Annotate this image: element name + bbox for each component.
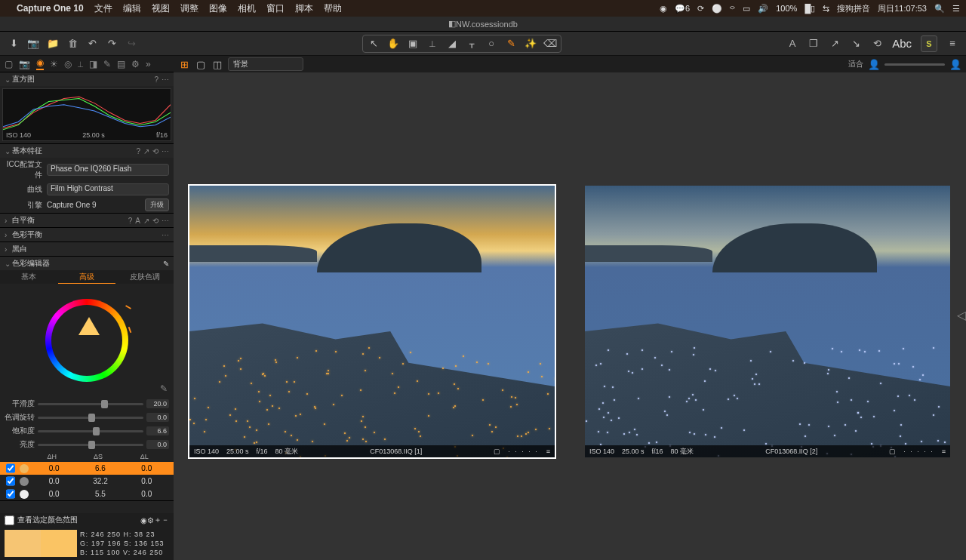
- tab-color-icon[interactable]: ◉: [36, 57, 44, 70]
- ruler-icon[interactable]: ◢: [446, 38, 458, 50]
- smooth-val[interactable]: 20.0: [146, 399, 169, 408]
- import-icon[interactable]: ⬇: [8, 38, 20, 50]
- menu-icon[interactable]: ⋯: [162, 75, 169, 84]
- curve-select[interactable]: Film High Contrast: [47, 183, 169, 195]
- copy-icon[interactable]: ❐: [808, 38, 820, 50]
- switch-icon[interactable]: ⇆: [823, 4, 829, 14]
- rot-slider[interactable]: [38, 417, 143, 419]
- subtab-skin[interactable]: 皮肤色调: [115, 270, 174, 284]
- picker-icon[interactable]: ✎: [163, 260, 169, 268]
- menu-image[interactable]: 图像: [209, 2, 227, 15]
- eyedropper-icon[interactable]: ✎: [160, 383, 168, 394]
- annotate-icon[interactable]: A: [786, 38, 798, 50]
- ime-label[interactable]: 搜狗拼音: [837, 3, 870, 14]
- smooth-slider[interactable]: [38, 403, 143, 405]
- list-icon[interactable]: ≡: [946, 38, 958, 50]
- s-badge-icon[interactable]: S: [921, 35, 937, 52]
- rot-val[interactable]: 0.0: [146, 413, 169, 422]
- side-expand-icon[interactable]: ◁: [957, 308, 966, 322]
- wifi-icon[interactable]: ⌔: [730, 4, 735, 13]
- person2-icon[interactable]: 👤: [949, 58, 961, 70]
- notif-icon[interactable]: ☰: [952, 4, 960, 14]
- eraser-icon[interactable]: ⌫: [544, 38, 556, 50]
- abc-label[interactable]: Abc: [892, 37, 912, 50]
- wechat-icon[interactable]: 💬 6: [675, 4, 690, 14]
- redo2-icon[interactable]: ↪: [125, 38, 137, 50]
- minus-icon[interactable]: －: [162, 515, 169, 525]
- thumb-menu-icon[interactable]: ≡: [546, 448, 550, 455]
- spot-icon[interactable]: ○: [485, 38, 497, 50]
- menu-file[interactable]: 文件: [94, 2, 112, 15]
- spotlight-icon[interactable]: 🔍: [934, 4, 945, 14]
- delta-checkbox[interactable]: [6, 489, 15, 499]
- sat-val[interactable]: 6.6: [146, 426, 169, 435]
- menu-window[interactable]: 窗口: [266, 2, 285, 15]
- magic-icon[interactable]: ✨: [525, 38, 537, 50]
- trash-icon[interactable]: 🗑: [66, 38, 78, 50]
- tab-details-icon[interactable]: ◨: [89, 59, 97, 69]
- light-val[interactable]: 0.0: [146, 440, 169, 449]
- display-icon[interactable]: ▭: [743, 4, 750, 14]
- keystone-icon[interactable]: ᚁ: [466, 38, 478, 50]
- delta-row[interactable]: 0.0 32.2 0.0: [0, 475, 174, 488]
- globe-icon[interactable]: ◉: [140, 516, 147, 525]
- folder-icon[interactable]: 📁: [47, 38, 59, 50]
- menu-view[interactable]: 视图: [152, 2, 170, 15]
- delta-row[interactable]: 0.0 6.6 0.0: [0, 462, 174, 475]
- wb-title[interactable]: 白平衡: [12, 215, 128, 226]
- plus-icon[interactable]: ＋: [154, 515, 162, 525]
- subtab-basic[interactable]: 基本: [0, 270, 58, 284]
- tab-meta-icon[interactable]: ▤: [117, 59, 125, 69]
- loupe-icon[interactable]: ▣: [407, 38, 419, 50]
- sat-slider[interactable]: [38, 430, 143, 432]
- grid-icon[interactable]: ⊞: [178, 58, 190, 70]
- person-icon[interactable]: 👤: [868, 58, 880, 70]
- brush-icon[interactable]: ✎: [505, 38, 517, 50]
- menu-camera[interactable]: 相机: [238, 2, 256, 15]
- capture-icon[interactable]: 📷: [27, 38, 39, 50]
- redo-icon[interactable]: ↷: [106, 38, 118, 50]
- light-slider[interactable]: [38, 444, 143, 446]
- up-icon[interactable]: ↗: [829, 38, 841, 50]
- layer-select[interactable]: 背景: [228, 57, 303, 71]
- delta-checkbox[interactable]: [6, 463, 15, 473]
- undo-icon[interactable]: ↶: [86, 38, 98, 50]
- color-wheel[interactable]: [45, 299, 128, 382]
- split-icon[interactable]: ◫: [211, 58, 223, 70]
- hand-icon[interactable]: ✋: [387, 38, 399, 50]
- tab-output-icon[interactable]: ⚙: [131, 59, 140, 69]
- crop-icon[interactable]: ⟂: [426, 38, 438, 50]
- volume-icon[interactable]: 🔊: [758, 4, 768, 14]
- menu-adjust[interactable]: 调整: [180, 2, 198, 15]
- clock[interactable]: 周日11:07:53: [878, 3, 927, 14]
- cc-icon[interactable]: ◉: [660, 4, 667, 14]
- icc-select[interactable]: Phase One IQ260 Flash: [47, 164, 169, 176]
- thumb-flag-icon[interactable]: ▢: [494, 448, 500, 455]
- delta-checkbox[interactable]: [6, 476, 15, 486]
- subtab-advanced[interactable]: 高级: [58, 270, 116, 284]
- range-checkbox[interactable]: [5, 515, 14, 525]
- menu-help[interactable]: 帮助: [324, 2, 342, 15]
- delta-row[interactable]: 0.0 5.5 0.0: [0, 488, 174, 500]
- thumb-flag-icon[interactable]: ▢: [889, 448, 896, 455]
- app-name[interactable]: Capture One 10: [17, 3, 84, 14]
- thumb-rating[interactable]: · · · · ·: [903, 448, 934, 455]
- tab-capture-icon[interactable]: 📷: [19, 59, 30, 69]
- tab-more-icon[interactable]: »: [146, 59, 151, 69]
- single-icon[interactable]: ▢: [195, 58, 207, 70]
- tab-crop-icon[interactable]: ⟂: [78, 59, 83, 69]
- cb-title[interactable]: 色彩平衡: [12, 229, 162, 240]
- bw-title[interactable]: 黑白: [12, 244, 169, 254]
- thumb-rating[interactable]: · · · · ·: [508, 448, 539, 455]
- tab-lens-icon[interactable]: ◎: [64, 59, 72, 69]
- bt-icon[interactable]: ⚪: [712, 4, 722, 14]
- sync-icon[interactable]: ⟳: [697, 4, 704, 14]
- tab-exposure-icon[interactable]: ☀: [50, 59, 58, 69]
- zoom-slider[interactable]: [884, 63, 945, 66]
- reset-icon[interactable]: ⟲: [871, 38, 883, 50]
- tab-library-icon[interactable]: ▢: [5, 59, 13, 69]
- image-thumbnail[interactable]: ISO 140 25.00 s f/16 80 毫米 CF013068.IIQ …: [585, 186, 950, 457]
- down-icon[interactable]: ↘: [850, 38, 862, 50]
- adjust-icon[interactable]: ⚙: [147, 516, 154, 525]
- thumb-menu-icon[interactable]: ≡: [942, 448, 946, 455]
